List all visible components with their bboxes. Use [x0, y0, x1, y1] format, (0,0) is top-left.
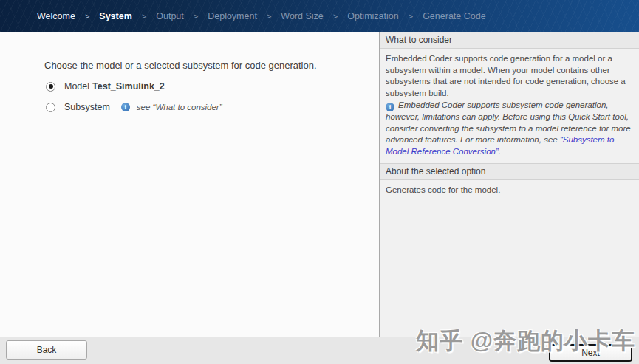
breadcrumb-separator: > [85, 12, 89, 21]
bottom-bar [0, 337, 639, 364]
about-option-body: Generates code for the model. [380, 180, 639, 202]
info-icon: i [121, 103, 130, 111]
step-optimization: Optimization [347, 11, 398, 21]
what-to-consider-body: Embedded Coder supports code generation … [380, 49, 639, 163]
step-deployment: Deployment [208, 11, 257, 21]
breadcrumb-separator: > [267, 12, 271, 21]
what-to-consider-header: What to consider [380, 32, 639, 49]
subsystem-radio-button[interactable] [46, 103, 55, 112]
model-radio-label: Model [64, 81, 89, 92]
instruction-text: Choose the model or a selected subsystem… [44, 60, 379, 71]
consider-paragraph: Embedded Coder supports code generation … [386, 53, 633, 99]
side-panel: What to consider Embedded Coder supports… [379, 32, 639, 337]
consider-note: iEmbedded Coder supports subsystem code … [386, 100, 633, 157]
breadcrumb: Welcome > System > Output > Deployment >… [0, 0, 639, 32]
subsystem-radio-label: Subsystem [64, 102, 110, 112]
step-output: Output [156, 11, 184, 21]
breadcrumb-separator: > [409, 12, 413, 21]
model-name-value: Test_Simulink_2 [92, 81, 165, 92]
model-radio-button[interactable] [46, 82, 55, 92]
note-suffix: . [499, 147, 501, 156]
step-system: System [99, 11, 131, 21]
main-pane: Choose the model or a selected subsystem… [0, 32, 379, 337]
model-radio-row[interactable]: Model Test_Simulink_2 [46, 81, 379, 92]
breadcrumb-separator: > [333, 12, 338, 21]
step-word-size: Word Size [281, 11, 323, 21]
subsystem-radio-row[interactable]: Subsystem i see “What to consider” [46, 102, 379, 112]
back-button[interactable]: Back [6, 340, 87, 360]
step-welcome: Welcome [37, 11, 75, 21]
wizard-header: Welcome > System > Output > Deployment >… [0, 0, 639, 32]
about-option-header: About the selected option [380, 163, 639, 180]
next-button[interactable]: Next [549, 344, 632, 362]
step-generate-code: Generate Code [423, 11, 485, 21]
breadcrumb-separator: > [142, 12, 146, 21]
subsystem-hint-text: see “What to consider” [137, 103, 222, 111]
breadcrumb-separator: > [194, 12, 198, 21]
info-icon: i [386, 103, 394, 111]
